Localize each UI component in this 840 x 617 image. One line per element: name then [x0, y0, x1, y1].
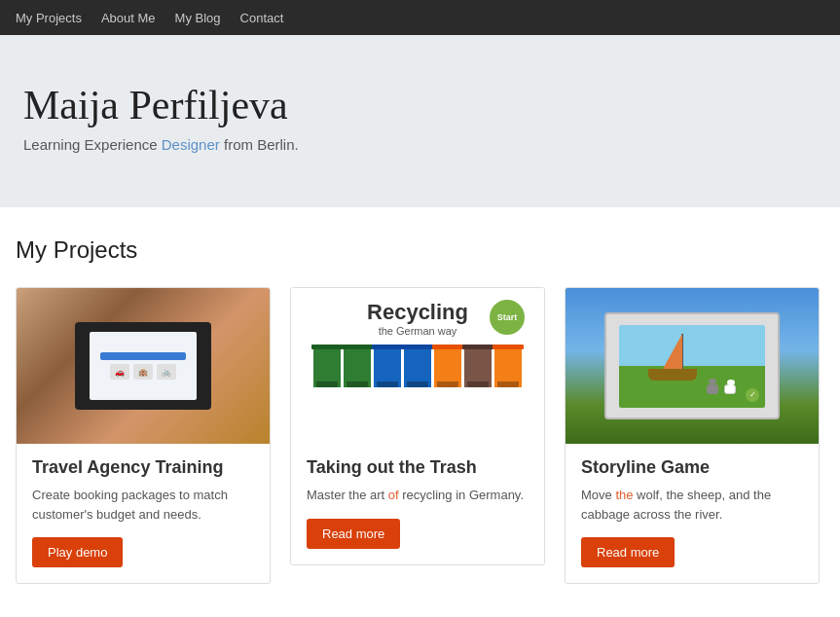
bin-lid-4 [402, 345, 433, 349]
hero-section: Maija Perfiljeva Learning Experience Des… [0, 35, 840, 207]
card-recycling-body: Taking out the Trash Master the art of r… [291, 444, 544, 564]
card-recycling-desc: Master the art of recycling in Germany. [307, 486, 529, 505]
read-more-button-recycling[interactable]: Read more [307, 519, 400, 549]
card-travel-title: Travel Agency Training [32, 457, 254, 478]
recycling-inner: Recycling the German way Start [299, 296, 536, 436]
recycling-big-title: Recycling [367, 300, 468, 325]
nav-my-blog[interactable]: My Blog [175, 11, 221, 25]
outdoor-laptop-graphic: ✓ [604, 312, 780, 419]
card-storyline-desc: Move the wolf, the sheep, and the cabbag… [581, 486, 803, 524]
main-content: My Projects 🚗 🏨 🚲 Travel Agency [0, 207, 837, 617]
boat-sail [663, 334, 682, 369]
read-more-button-storyline[interactable]: Read more [581, 537, 675, 567]
card-recycling-image: Recycling the German way Start [291, 288, 544, 444]
icon-hotel: 🏨 [133, 364, 153, 380]
bins-row [313, 345, 522, 387]
recycling-text-block: Recycling the German way [367, 300, 468, 337]
card-storyline-body: Storyline Game Move the wolf, the sheep,… [566, 444, 819, 583]
site-subtitle: Learning Experience Designer from Berlin… [23, 136, 817, 153]
bin-lid-6 [462, 345, 493, 349]
recycling-start-badge[interactable]: Start [490, 300, 525, 335]
cafe-screen-graphic: 🚗 🏨 🚲 [90, 332, 197, 400]
nav-contact[interactable]: Contact [240, 11, 284, 25]
icon-car: 🚗 [110, 364, 129, 380]
icon-bike: 🚲 [157, 364, 176, 380]
bin-lid-2 [342, 345, 373, 349]
screen-bar [100, 352, 186, 360]
bin-lid-5 [432, 345, 463, 349]
bin-5 [434, 345, 461, 387]
bin-lid-7 [493, 345, 524, 349]
boat-hull [648, 369, 697, 381]
bin-3 [374, 345, 401, 387]
bin-lid-3 [372, 345, 403, 349]
navigation: My Projects About Me My Blog Contact [0, 0, 840, 35]
recycling-subtitle: the German way [367, 325, 468, 337]
card-travel-desc: Create booking packages to match custome… [32, 486, 254, 524]
outdoor-screen-graphic: ✓ [619, 325, 765, 408]
card-storyline-title: Storyline Game [581, 457, 803, 478]
card-travel-body: Travel Agency Training Create booking pa… [17, 444, 270, 583]
projects-section-title: My Projects [16, 236, 822, 264]
card-storyline-image: ✓ [566, 288, 819, 444]
game-scene-graphic: ✓ [619, 325, 765, 408]
card-travel-image: 🚗 🏨 🚲 [17, 288, 270, 444]
cafe-laptop-graphic: 🚗 🏨 🚲 [75, 322, 211, 410]
bin-1 [313, 345, 341, 387]
game-badge: ✓ [746, 388, 759, 402]
animal-sheep [724, 384, 736, 394]
bin-lid-1 [311, 345, 343, 349]
nav-about-me[interactable]: About Me [101, 11, 156, 25]
projects-cards-row: 🚗 🏨 🚲 Travel Agency Training Create book… [16, 287, 822, 584]
card-travel-agency: 🚗 🏨 🚲 Travel Agency Training Create book… [16, 287, 271, 584]
bin-6 [464, 345, 492, 387]
bin-4 [404, 345, 431, 387]
card-storyline: ✓ Storyline Game Move the wolf, the shee… [565, 287, 820, 584]
nav-my-projects[interactable]: My Projects [16, 11, 82, 25]
animal-wolf [707, 384, 718, 394]
site-title: Maija Perfiljeva [23, 82, 817, 128]
recycling-title-area: Recycling the German way Start [299, 296, 536, 337]
bin-7 [494, 345, 522, 387]
card-recycling: Recycling the German way Start [290, 287, 545, 565]
play-demo-button[interactable]: Play demo [32, 537, 123, 567]
screen-icons-row: 🚗 🏨 🚲 [110, 364, 176, 380]
card-recycling-title: Taking out the Trash [307, 457, 529, 478]
bin-2 [344, 345, 371, 387]
